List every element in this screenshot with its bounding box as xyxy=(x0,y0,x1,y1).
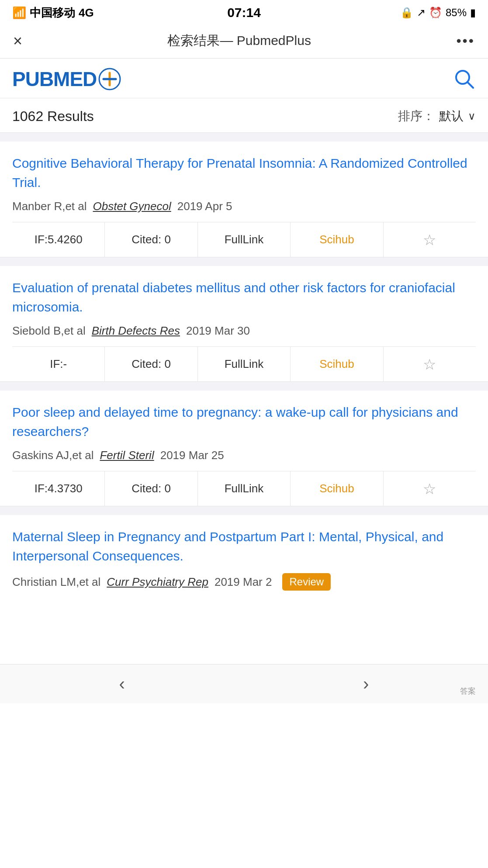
article-authors: Christian LM,et al xyxy=(12,575,100,589)
article-date: 2019 Apr 5 xyxy=(177,200,232,213)
pubmed-logo[interactable]: PUBMED xyxy=(12,67,121,91)
sort-label: 排序： xyxy=(398,108,435,124)
article-actions: IF:4.3730 Cited: 0 FullLink Scihub ☆ xyxy=(12,471,476,506)
favorite-button[interactable]: ☆ xyxy=(384,347,476,381)
forward-button[interactable]: › xyxy=(346,670,386,698)
bottom-nav: ‹ › 答案 xyxy=(0,664,488,703)
article-date: 2019 Mar 2 xyxy=(215,575,272,589)
article-title[interactable]: Cognitive Behavioral Therapy for Prenata… xyxy=(12,154,476,192)
article-actions: IF:- Cited: 0 FullLink Scihub ☆ xyxy=(12,346,476,381)
watermark-label: 答案 xyxy=(460,686,476,696)
logo-bar: PUBMED xyxy=(0,59,488,98)
pubmed-plus-icon xyxy=(98,68,121,90)
fulllink-button[interactable]: FullLink xyxy=(198,471,291,506)
status-bar: 📶 中国移动 4G 07:14 🔒 ↗ ⏰ 85% ▮ xyxy=(0,0,488,24)
scihub-button[interactable]: Scihub xyxy=(291,222,383,257)
status-right: 🔒 ↗ ⏰ 85% ▮ xyxy=(400,7,476,19)
sort-value: 默认 xyxy=(439,108,464,124)
chevron-down-icon: ∨ xyxy=(468,110,476,122)
article-authors: Gaskins AJ,et al xyxy=(12,449,93,462)
fulllink-button[interactable]: FullLink xyxy=(198,222,291,257)
cited-label: Cited: 0 xyxy=(105,347,197,381)
article-journal[interactable]: Obstet Gynecol xyxy=(93,200,171,213)
scihub-button[interactable]: Scihub xyxy=(291,347,383,381)
sort-controls[interactable]: 排序： 默认 ∨ xyxy=(398,108,476,124)
fulllink-button[interactable]: FullLink xyxy=(198,347,291,381)
battery-label: 85% xyxy=(446,7,467,19)
page-filler xyxy=(0,612,488,664)
if-label: IF:4.3730 xyxy=(12,471,105,506)
scihub-button[interactable]: Scihub xyxy=(291,471,383,506)
cited-label: Cited: 0 xyxy=(105,222,197,257)
article-meta: Manber R,et al Obstet Gynecol 2019 Apr 5 xyxy=(12,200,476,213)
if-label: IF:- xyxy=(12,347,105,381)
article-meta: Siebold B,et al Birth Defects Res 2019 M… xyxy=(12,324,476,338)
article-date: 2019 Mar 25 xyxy=(160,449,224,462)
article-card: Poor sleep and delayed time to pregnancy… xyxy=(0,391,488,506)
article-journal[interactable]: Birth Defects Res xyxy=(92,324,180,338)
back-button[interactable]: ‹ xyxy=(102,670,142,698)
article-spacer-1 xyxy=(0,257,488,266)
cited-label: Cited: 0 xyxy=(105,471,197,506)
article-meta: Christian LM,et al Curr Psychiatry Rep 2… xyxy=(12,573,476,591)
article-journal[interactable]: Curr Psychiatry Rep xyxy=(107,575,208,589)
svg-line-4 xyxy=(467,82,473,88)
article-card: Cognitive Behavioral Therapy for Prenata… xyxy=(0,142,488,257)
article-card: Maternal Sleep in Pregnancy and Postpart… xyxy=(0,515,488,612)
article-date: 2019 Mar 30 xyxy=(186,324,250,338)
results-count: 1062 Results xyxy=(12,108,94,124)
status-left: 📶 中国移动 4G xyxy=(12,5,94,21)
favorite-button[interactable]: ☆ xyxy=(384,471,476,506)
nav-bar: × 检索结果— PubmedPlus ••• xyxy=(0,24,488,59)
article-spacer-top xyxy=(0,133,488,142)
lock-icon: 🔒 xyxy=(400,7,413,19)
carrier-label: 中国移动 xyxy=(30,5,75,21)
location-icon: ↗ xyxy=(417,7,426,19)
if-label: IF:5.4260 xyxy=(12,222,105,257)
article-spacer-3 xyxy=(0,506,488,515)
more-button[interactable]: ••• xyxy=(456,33,475,49)
favorite-button[interactable]: ☆ xyxy=(384,222,476,257)
article-title[interactable]: Maternal Sleep in Pregnancy and Postpart… xyxy=(12,527,476,565)
article-authors: Siebold B,et al xyxy=(12,324,86,338)
status-time: 07:14 xyxy=(227,5,261,20)
battery-icon: ▮ xyxy=(470,7,476,19)
article-authors: Manber R,et al xyxy=(12,200,87,213)
close-button[interactable]: × xyxy=(13,32,22,50)
article-meta: Gaskins AJ,et al Fertil Steril 2019 Mar … xyxy=(12,449,476,462)
nav-title: 检索结果— PubmedPlus xyxy=(167,32,311,50)
search-button[interactable] xyxy=(453,68,476,90)
article-card: Evaluation of prenatal diabetes mellitus… xyxy=(0,266,488,382)
article-title[interactable]: Evaluation of prenatal diabetes mellitus… xyxy=(12,278,476,316)
alarm-icon: ⏰ xyxy=(429,7,442,19)
article-spacer-2 xyxy=(0,382,488,391)
article-title[interactable]: Poor sleep and delayed time to pregnancy… xyxy=(12,403,476,441)
network-label: 4G xyxy=(79,6,94,20)
article-journal[interactable]: Fertil Steril xyxy=(100,449,154,462)
signal-icon: 📶 xyxy=(12,6,26,20)
results-header: 1062 Results 排序： 默认 ∨ xyxy=(0,98,488,133)
pubmed-text: PUBMED xyxy=(12,67,97,91)
review-badge: Review xyxy=(282,573,331,591)
article-actions: IF:5.4260 Cited: 0 FullLink Scihub ☆ xyxy=(12,222,476,257)
